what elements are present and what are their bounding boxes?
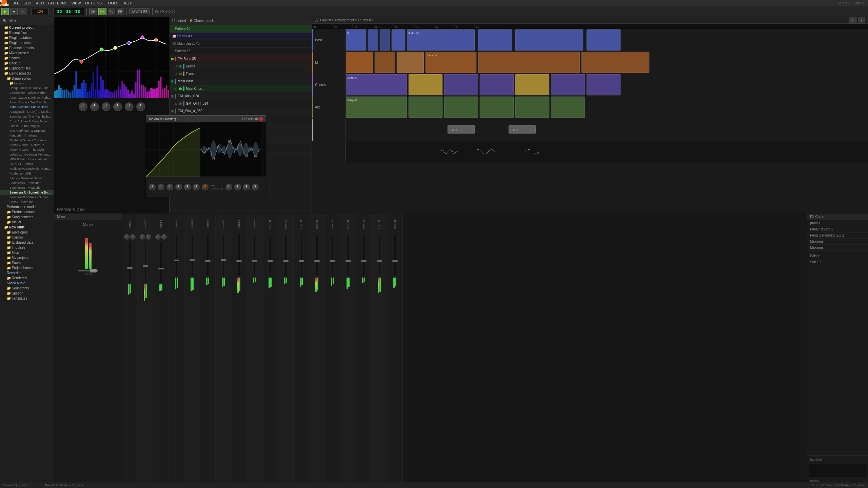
menu-edit[interactable]: EDIT [21,1,34,5]
plugin-close-btn[interactable] [259,117,263,121]
sidebar-item-chris-bulman[interactable]: Chris Bulman & Sarju Jagar - No Escape [0,119,54,124]
plugin-knob-pre[interactable] [149,184,156,190]
mixer-ch-17-fader-track[interactable] [379,235,380,276]
arrangement-zoom-in[interactable]: + [849,17,856,24]
sidebar-item-raubana[interactable]: Raubana - LIFE [0,171,54,176]
mixer-ch-5-fader-handle[interactable] [190,259,195,261]
sidebar-item-plugin-database[interactable]: 📁 Plugin database [0,35,54,40]
arrangement-track-arp-content[interactable]: 3 Arp #2 [346,96,868,118]
sidebar-item-radioactive[interactable]: RadioactiveSandwich - Homunculus [0,166,54,171]
plugin-knob-emf[interactable] [184,184,191,190]
mixer-ch-16-fader-track[interactable] [363,235,364,276]
sidebar-item-basshunter[interactable]: Basshunter - Johan V.orberg - Knocked Ou… [0,90,54,95]
eq-knob-6[interactable] [136,102,145,111]
sidebar-item-kieron-light[interactable]: Kieron A Gore - The Light [0,147,54,152]
sidebar-item-performance-mode[interactable]: Performance mode [0,204,54,209]
mixer-ch-7-fader-track[interactable] [223,235,224,276]
mixer-ch-2-fader-handle[interactable] [143,265,148,267]
sidebar-item-seamless-instrumental[interactable]: SeamlessR - Sometime (Instrumental) [0,190,54,195]
sidebar-item-project-bones[interactable]: 📁 Project bones [0,265,54,270]
mixer-ch-7[interactable]: Insert 7 [216,214,231,488]
fx-slot-4[interactable] [807,251,868,253]
rack-row-main-chord[interactable]: 27 Main Chord [170,85,312,93]
mixer-ch-17-fader-handle[interactable] [377,260,382,262]
sidebar-item-visual[interactable]: 📁 Visual [0,220,54,225]
mixer-ch-10-fader-track[interactable] [270,235,271,276]
rack-row-fm-bass[interactable]: FM Bass 35 [170,55,312,63]
sidebar-item-packs[interactable]: 📁 Packs [0,260,54,265]
piano-roll-button[interactable]: PR [117,8,124,15]
sidebar-item-sacco[interactable]: Sacco - Goldener Schnitt [0,176,54,181]
mixer-ch-13-fader-track[interactable] [316,235,318,276]
sidebar-item-new-stuff[interactable]: 📁 New stuff [0,225,54,230]
mixer-ch-15[interactable]: Insert 15 [340,214,356,488]
sidebar-item-harmor[interactable]: 📁 Harmor [0,235,54,240]
menu-options[interactable]: OPTIONS [83,1,104,5]
mixer-ch-18-fader-track[interactable] [394,235,396,276]
mixer-ch-18-fader-handle[interactable] [392,260,398,262]
pattern-item-main-bass[interactable]: ⬛ Main Bass1 #3 [170,40,312,47]
sidebar-item-demo-projects[interactable]: 📁 Demo projects [0,71,54,76]
sidebar-item-auraqualic[interactable]: AuraQualic - DATA (FL Studio Remix) [0,109,54,114]
sidebar-item-benn-jordan[interactable]: Benn Jordan (The Flashbulb) - Cassette C… [0,114,54,119]
plugin-presets-label[interactable]: Presets [242,117,254,121]
mixer-ch-9-fader-track[interactable] [254,235,255,276]
mixer-ch-4[interactable]: Insert 4 [169,214,184,488]
eq-knob-4[interactable] [113,102,122,111]
eq-canvas[interactable] [54,17,170,98]
mixer-ch-8[interactable]: Insert 8 [231,214,247,488]
mixer-ch-3-knob-1[interactable] [155,234,161,240]
sidebar-item-adam-szabo-one[interactable]: Adam Szabo - One Day (Funky Mix) [0,100,54,105]
mixer-ch-14[interactable]: Insert 14 [325,214,340,488]
eq-knob-5[interactable] [125,102,134,111]
sidebar-item-latrise[interactable]: Latrise - Club Penguin [0,124,54,128]
mixer-ch-2-fader-track[interactable] [145,242,146,282]
arrangement-track-m-content[interactable]: 3 Ma. #3 [346,52,868,74]
mixer-ch-5-fader-track[interactable] [192,235,193,276]
sidebar-item-eric-kauffmann[interactable]: Eric Kauffmann & NrgMind - Exoplanet [0,128,54,133]
mixer-ch-1-fader-handle[interactable] [127,267,133,269]
rack-row-keybit[interactable]: 19 Keybit [170,63,312,70]
sidebar-item-seamless-meagerie[interactable]: SeamlessR - Meagerie [0,185,54,190]
stop-button[interactable]: ■ [10,8,18,15]
sidebar-item-backup[interactable]: 📁 Backup [0,61,54,66]
mixer-ch-13-fader-handle[interactable] [314,260,320,262]
sidebar-item-templates[interactable]: 📁 Templates [0,296,54,301]
fx-fruity-reverb[interactable]: Fruity Reverb 2 [807,226,868,232]
menu-add[interactable]: ADD [34,1,46,5]
fx-slot-9[interactable]: Slot 10 [807,259,868,265]
arrangement-track-bass-content[interactable]: 3 3 Ma. #2 [346,29,868,51]
plugin-knob-freq[interactable] [234,184,241,190]
eq-knob-1[interactable] [79,102,87,111]
mixer-ch-3[interactable]: Insert 3 [153,214,169,488]
mixer-ch-8-fader-track[interactable] [238,235,240,276]
mixer-ch-3-fader-handle[interactable] [158,268,164,269]
mixer-ch-2-knob-1[interactable] [140,234,145,240]
mixer-ch-16[interactable]: Insert 16 [356,214,372,488]
plugin-canvas[interactable] [146,122,200,177]
arrangement-track-5-header[interactable] [312,119,346,141]
sidebar-item-mixer-presets[interactable]: 📁 Mixer presets [0,50,54,56]
mixer-ch-15-fader-track[interactable] [348,235,349,276]
mixer-ch-8-fader-handle[interactable] [236,260,242,262]
rack-row-gm-ohh[interactable]: 23 GM_OHH_014 [170,100,312,107]
plugin-knob-lv-cut[interactable] [252,184,259,190]
channel-rack-button[interactable]: CH [89,8,97,15]
sidebar-item-fuego96[interactable]: Fuego96 - Timelines [0,133,54,138]
sidebar-item-my-projects[interactable]: 📁 My projects [0,255,54,260]
menu-file[interactable]: FILE [9,1,21,5]
mixer-ch-3-fader-track[interactable] [160,242,162,282]
sidebar-item-legacy[interactable]: 📁 Legacy [0,81,54,86]
mixer-ch-9[interactable]: Insert 9 [247,214,262,488]
plugin-knob-att[interactable] [175,184,182,190]
sidebar-item-recent-files[interactable]: 📁 Recent files [0,30,54,35]
sidebar-item-asher-postman[interactable]: Asher Postman Future Bass [0,105,54,109]
plugin-minimize-btn[interactable] [255,118,258,120]
mixer-ch-11-fader-track[interactable] [285,235,287,276]
mixer-ch-6[interactable]: Insert 6 [200,214,216,488]
sidebar-item-speak[interactable]: Speak - Move me [0,200,54,204]
sidebar-item-misc[interactable]: 📁 Misc [0,250,54,255]
sidebar-item-channel-presets[interactable]: 📁 Channel presets [0,45,54,50]
rack-row-gm-snr[interactable]: GM_Sna_o_030 [170,107,312,115]
eq-knob-3[interactable] [102,102,111,111]
